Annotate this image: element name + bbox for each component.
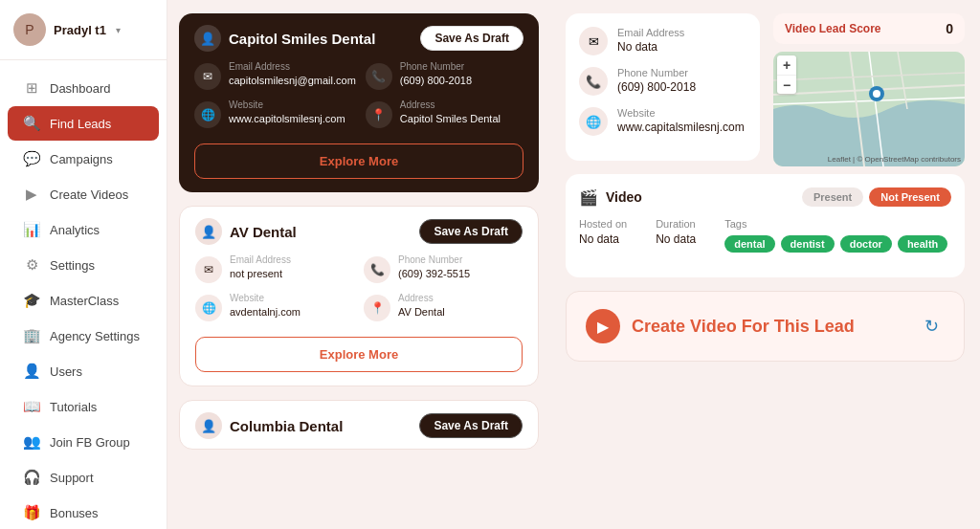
lead-card-capitol-smiles: 👤 Capitol Smiles Dental Save As Draft ✉ … [179, 13, 539, 192]
right-panel: ✉ Email Address No data 📞 Phone Number (… [550, 0, 980, 529]
website-icon-av: 🌐 [195, 295, 222, 321]
explore-more-button-capitol[interactable]: Explore More [194, 143, 523, 179]
sidebar-item-campaigns[interactable]: 💬 Campaigns [8, 142, 159, 176]
lead-email-item-av: ✉ Email Address not present [195, 254, 354, 283]
phone-icon-av: 📞 [364, 256, 390, 283]
sidebar-label-bonuses: Bonuses [50, 506, 99, 520]
address-value: Capitol Smiles Dental [400, 112, 501, 125]
address-value-av: AV Dental [398, 305, 445, 319]
email-label-av: Email Address [230, 254, 291, 265]
lead-name-av: AV Dental [230, 224, 297, 240]
hosted-label: Hosted on [579, 218, 627, 230]
map-score-box: Video Lead Score 0 [773, 13, 965, 174]
avatar: P [13, 13, 46, 46]
lead-address-item: 📍 Address Capitol Smiles Dental [366, 99, 523, 128]
website-detail: Website www.capitolsmilesnj.com [229, 99, 345, 125]
map-attribution: Leaflet | © OpenStreetMap contributors [828, 155, 961, 164]
main-content: 👤 Capitol Smiles Dental Save As Draft ✉ … [167, 0, 980, 529]
email-value: capitolsmilesnj@gmail.com [229, 74, 356, 87]
lead-details-av: ✉ Email Address not present 📞 Phone Numb… [180, 254, 538, 333]
sidebar-label-agency-settings: Agency Settings [50, 329, 140, 343]
sidebar-item-analytics[interactable]: 📊 Analytics [8, 212, 159, 247]
phone-info-icon: 📞 [579, 67, 608, 96]
sidebar-header: P Pradyl t1 ▾ [0, 0, 167, 60]
map-zoom-in-button[interactable]: + [777, 55, 796, 75]
map-zoom-out-button[interactable]: − [777, 75, 796, 94]
sidebar-item-bonuses[interactable]: 🎁 Bonuses [8, 496, 159, 529]
lead-email-item: ✉ Email Address capitolsmilesnj@gmail.co… [194, 61, 356, 90]
sidebar-item-support[interactable]: 🎧 Support [8, 460, 159, 495]
address-icon: 📍 [366, 101, 392, 128]
address-icon-av: 📍 [364, 295, 390, 321]
lead-card-header-av: 👤 AV Dental Save As Draft [180, 207, 538, 254]
sidebar-item-settings[interactable]: ⚙ Settings [8, 248, 159, 282]
lead-info-section: ✉ Email Address No data 📞 Phone Number (… [566, 13, 760, 161]
settings-icon: ⚙ [23, 256, 40, 274]
website-info-value: www.capitalsmilesnj.com [617, 121, 745, 134]
lead-title-row-av: 👤 AV Dental [195, 218, 297, 245]
sidebar-item-create-videos[interactable]: ▶ Create Videos [8, 177, 159, 211]
video-lead-score-value: 0 [946, 21, 953, 36]
website-detail-av: Website avdentalnj.com [230, 293, 301, 319]
email-value-av: not present [230, 267, 291, 280]
website-label-av: Website [230, 293, 301, 303]
address-detail: Address Capitol Smiles Dental [400, 99, 501, 125]
save-draft-button-av[interactable]: Save As Draft [419, 219, 523, 244]
sidebar-label-tutorials: Tutorials [50, 400, 97, 414]
video-icon: 🎬 [579, 188, 598, 207]
lead-name-capitol: Capitol Smiles Dental [229, 31, 375, 47]
sidebar-item-find-leads[interactable]: 🔍 Find Leads [8, 106, 159, 141]
sidebar-item-masterclass[interactable]: 🎓 MasterClass [8, 283, 159, 318]
masterclass-icon: 🎓 [23, 292, 40, 309]
phone-label: Phone Number [400, 61, 472, 72]
sidebar: P Pradyl t1 ▾ ⊞ Dashboard 🔍 Find Leads 💬… [0, 0, 167, 529]
analytics-icon: 📊 [23, 221, 40, 238]
sidebar-item-agency-settings[interactable]: 🏢 Agency Settings [8, 319, 159, 353]
video-lead-score-label: Video Lead Score [785, 22, 880, 35]
hosted-value: No data [579, 232, 627, 246]
phone-value: (609) 800-2018 [400, 74, 472, 87]
save-draft-button-capitol[interactable]: Save As Draft [420, 26, 523, 51]
lead-phone-item: 📞 Phone Number (609) 800-2018 [366, 61, 523, 90]
lead-card-columbia: 👤 Columbia Dental Save As Draft [179, 400, 539, 450]
tags-row: dental dentist doctor health [724, 235, 947, 253]
duration-label: Duration [656, 218, 696, 230]
sidebar-item-users[interactable]: 👤 Users [8, 354, 159, 388]
tutorials-icon: 📖 [23, 398, 40, 415]
video-meta-row: Hosted on No data Duration No data Tags … [579, 218, 951, 253]
lead-avatar-icon-av: 👤 [195, 218, 222, 245]
website-info-row: 🌐 Website www.capitalsmilesnj.com [579, 107, 746, 136]
agency-settings-icon: 🏢 [23, 327, 40, 344]
present-toggle-button[interactable]: Present [802, 187, 863, 207]
lead-website-item-av: 🌐 Website avdentalnj.com [195, 293, 354, 321]
sidebar-label-masterclass: MasterClass [50, 294, 119, 308]
sidebar-item-tutorials[interactable]: 📖 Tutorials [8, 389, 159, 424]
not-present-toggle-button[interactable]: Not Present [869, 187, 951, 207]
explore-more-button-av[interactable]: Explore More [195, 337, 523, 372]
video-lead-score-box: Video Lead Score 0 [773, 13, 965, 44]
video-header: 🎬 Video Present Not Present [579, 187, 951, 207]
map-container: + − Leaflet | © OpenStreetMap contributo… [773, 52, 965, 166]
lead-details-capitol: ✉ Email Address capitolsmilesnj@gmail.co… [179, 61, 539, 140]
lead-card-header-capitol: 👤 Capitol Smiles Dental Save As Draft [179, 13, 539, 61]
svg-point-8 [873, 90, 880, 98]
phone-info-label: Phone Number [617, 67, 696, 78]
website-info-label: Website [617, 107, 745, 119]
phone-info-value: (609) 800-2018 [617, 80, 696, 94]
website-label: Website [229, 99, 345, 110]
phone-value-av: (609) 392-5515 [398, 267, 470, 280]
bonuses-icon: 🎁 [23, 504, 40, 521]
email-info-row: ✉ Email Address No data [579, 27, 746, 55]
lead-card-header-columbia: 👤 Columbia Dental Save As Draft [180, 401, 538, 449]
create-video-icon: ▶ [586, 309, 620, 343]
sidebar-item-dashboard[interactable]: ⊞ Dashboard [8, 71, 159, 105]
save-draft-button-columbia[interactable]: Save As Draft [419, 413, 523, 438]
map-svg [773, 52, 965, 166]
refresh-icon[interactable]: ↻ [918, 313, 945, 340]
sidebar-dropdown-arrow[interactable]: ▾ [116, 25, 121, 35]
website-info-content: Website www.capitalsmilesnj.com [617, 107, 745, 134]
create-video-section[interactable]: ▶ Create Video For This Lead ↻ [566, 291, 965, 362]
sidebar-label-campaigns: Campaigns [50, 152, 113, 166]
sidebar-item-join-fb-group[interactable]: 👥 Join FB Group [8, 425, 159, 459]
phone-detail: Phone Number (609) 800-2018 [400, 61, 472, 87]
